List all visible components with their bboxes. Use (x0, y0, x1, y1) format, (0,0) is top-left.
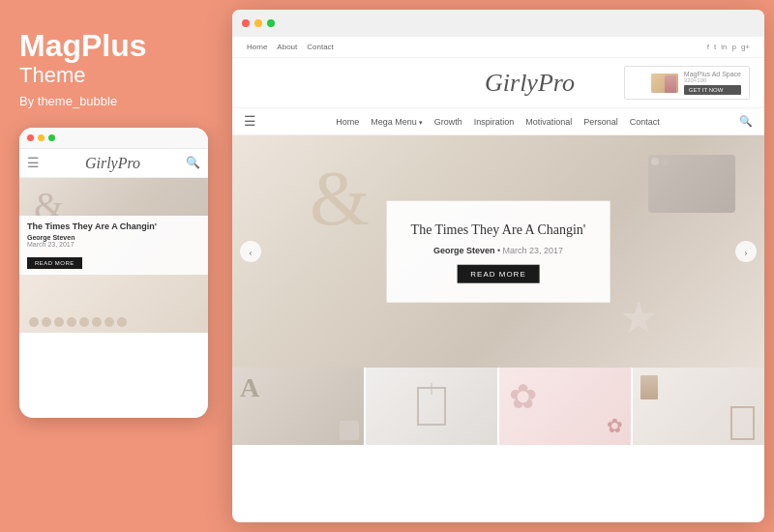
hero-basket-decoration (648, 155, 745, 232)
site-thumbnails: A ✿ ✿ (232, 368, 764, 445)
nav-home[interactable]: Home (336, 117, 359, 127)
top-nav-contact[interactable]: Contact (307, 43, 334, 51)
browser-content: Home About Contact f t in p g+ GirlyPro (232, 37, 764, 522)
site-ad-block: MagPlus Ad Space 320×100 GET IT NOW (624, 66, 750, 100)
mobile-date: March 23, 2017 (27, 241, 200, 248)
site-ad-button[interactable]: GET IT NOW (684, 85, 741, 95)
thumbnail-3[interactable]: ✿ ✿ (499, 368, 631, 445)
mobile-mockup: ☰ GirlyPro 🔍 & The Times They Are A Chan… (19, 128, 208, 418)
brand-by: By theme_bubble (19, 94, 117, 108)
thumbnail-2[interactable] (366, 368, 497, 445)
site-ad-size: 320×100 (684, 77, 741, 83)
mobile-bead-1 (29, 317, 39, 327)
hero-read-more-button[interactable]: READ MORE (457, 264, 539, 282)
hero-author: George Steven (433, 245, 495, 254)
mobile-read-more-button[interactable]: READ MORE (27, 257, 82, 269)
mobile-dot-yellow (38, 134, 45, 141)
browser-dot-yellow (254, 19, 262, 27)
top-nav-home[interactable]: Home (247, 43, 267, 51)
hero-ampersand-decoration: & (310, 155, 370, 243)
hero-next-button[interactable]: › (735, 241, 757, 262)
hero-overlay-card: The Times They Are A Changin' George Ste… (387, 201, 610, 303)
hero-star-decoration: ★ (619, 292, 658, 343)
site-ad-label: MagPlus Ad Space (684, 71, 741, 77)
hamburger-icon[interactable]: ☰ (244, 113, 256, 130)
twitter-icon[interactable]: t (714, 43, 716, 51)
mobile-nav: ☰ GirlyPro 🔍 (19, 149, 208, 178)
mobile-logo: GirlyPro (40, 155, 186, 172)
mobile-bead-4 (67, 317, 76, 327)
brand-title: MagPlus (19, 29, 147, 63)
hero-date: March 23, 2017 (503, 245, 564, 254)
mobile-bead-2 (42, 317, 51, 327)
browser-dot-red (242, 19, 250, 27)
nav-mega-menu[interactable]: Mega Menu (371, 117, 422, 127)
instagram-icon[interactable]: in (721, 43, 727, 51)
facebook-icon[interactable]: f (707, 43, 709, 51)
site-header: GirlyPro MagPlus Ad Space 320×100 GET IT… (232, 58, 764, 108)
right-panel: Home About Contact f t in p g+ GirlyPro (232, 10, 764, 522)
pinterest-icon[interactable]: p (731, 43, 735, 51)
nav-inspiration[interactable]: Inspiration (474, 117, 515, 127)
browser-dot-green (267, 19, 275, 27)
mobile-hamburger-icon: ☰ (27, 155, 40, 171)
mobile-hero-image: & The Times They Are A Changin' George S… (19, 178, 208, 275)
hero-prev-button[interactable]: ‹ (240, 241, 261, 262)
left-panel: MagPlus Theme By theme_bubble ☰ GirlyPro… (0, 0, 227, 532)
mobile-bead-3 (54, 317, 64, 327)
mobile-bead-8 (117, 317, 127, 327)
hero-meta: George Steven • March 23, 2017 (411, 245, 586, 254)
site-hero: & ★ The Times They Are A Changin' George… (232, 135, 764, 368)
site-nav-links: Home Mega Menu Growth Inspiration Motiva… (256, 117, 739, 127)
nav-growth[interactable]: Growth (434, 117, 462, 127)
mobile-beads-decoration (29, 316, 198, 328)
mobile-article-title: The Times They Are A Changin' (27, 222, 200, 233)
site-social-icons: f t in p g+ (707, 43, 750, 51)
hero-article-title: The Times They Are A Changin' (411, 221, 586, 240)
site-ad-text: MagPlus Ad Space 320×100 GET IT NOW (684, 71, 741, 95)
mobile-bottom-image (19, 275, 208, 333)
mobile-dot-red (27, 134, 34, 141)
mobile-dot-green (48, 134, 55, 141)
top-nav-about[interactable]: About (277, 43, 297, 51)
mobile-top-bar (19, 128, 208, 149)
mobile-author: George Steven (27, 234, 200, 241)
nav-contact[interactable]: Contact (630, 117, 660, 127)
thumbnail-1[interactable]: A (232, 368, 364, 445)
mobile-bead-6 (92, 317, 102, 327)
site-logo: GirlyPro (435, 69, 624, 98)
mobile-hero-overlay: The Times They Are A Changin' George Ste… (19, 216, 208, 276)
site-ad-image (651, 74, 678, 93)
mobile-bead-5 (79, 317, 89, 327)
mobile-search-icon: 🔍 (186, 156, 200, 170)
site-top-nav: Home About Contact f t in p g+ (232, 37, 764, 58)
thumbnail-4[interactable] (633, 368, 764, 445)
search-icon[interactable]: 🔍 (739, 115, 753, 128)
site-top-nav-links: Home About Contact (247, 43, 334, 51)
nav-personal[interactable]: Personal (583, 117, 618, 127)
mobile-bead-7 (104, 317, 114, 327)
browser-top-bar (232, 10, 764, 37)
site-main-nav: ☰ Home Mega Menu Growth Inspiration Moti… (232, 108, 764, 135)
nav-motivational[interactable]: Motivational (525, 117, 572, 127)
googleplus-icon[interactable]: g+ (741, 43, 750, 51)
brand-subtitle: Theme (19, 63, 85, 88)
